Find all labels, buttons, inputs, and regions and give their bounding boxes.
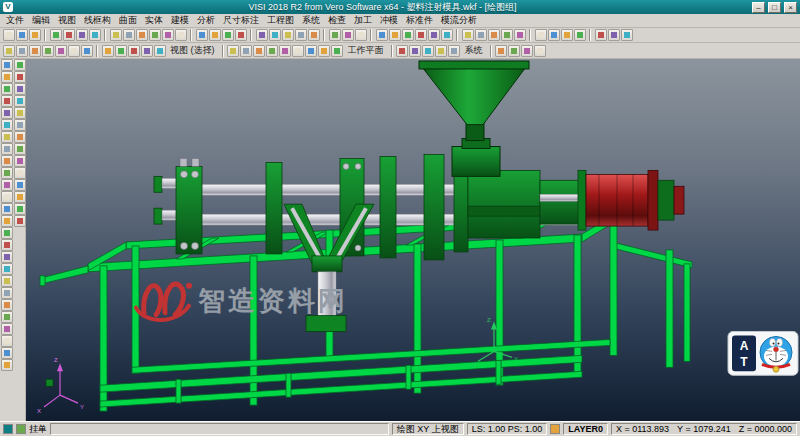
toolbar-icon[interactable]: [1, 227, 13, 239]
toolbar-icon[interactable]: [318, 45, 330, 57]
toolbar-icon[interactable]: [595, 29, 607, 41]
toolbar-icon[interactable]: [50, 29, 62, 41]
menu-item[interactable]: 标准件: [402, 14, 437, 27]
toolbar-icon[interactable]: [1, 311, 13, 323]
toolbar-icon[interactable]: [115, 45, 127, 57]
toolbar-icon[interactable]: [462, 29, 474, 41]
toolbar-icon[interactable]: [14, 167, 26, 179]
toolbar-icon[interactable]: [14, 191, 26, 203]
toolbar-icon[interactable]: [1, 203, 13, 215]
toolbar-icon[interactable]: [305, 45, 317, 57]
toolbar-icon[interactable]: [475, 29, 487, 41]
toolbar-icon[interactable]: [1, 287, 13, 299]
toolbar-icon[interactable]: [76, 29, 88, 41]
toolbar-icon[interactable]: [136, 29, 148, 41]
toolbar-icon[interactable]: [269, 29, 281, 41]
toolbar-icon[interactable]: [514, 29, 526, 41]
toolbar-icon[interactable]: [501, 29, 513, 41]
layer-color-icon[interactable]: [550, 424, 560, 434]
maximize-button[interactable]: □: [768, 2, 781, 13]
toolbar-icon[interactable]: [175, 29, 187, 41]
toolbar-icon[interactable]: [422, 45, 434, 57]
toolbar-icon[interactable]: [508, 45, 520, 57]
toolbar-icon[interactable]: [63, 29, 75, 41]
toolbar-icon[interactable]: [266, 45, 278, 57]
toolbar-icon[interactable]: [1, 239, 13, 251]
toolbar-icon[interactable]: [1, 119, 13, 131]
toolbar-icon[interactable]: [162, 29, 174, 41]
toolbar-icon[interactable]: [3, 29, 15, 41]
toolbar-icon[interactable]: [222, 29, 234, 41]
toolbar-icon[interactable]: [1, 359, 13, 371]
toolbar-icon[interactable]: [1, 323, 13, 335]
toolbar-icon[interactable]: [355, 29, 367, 41]
toolbar-icon[interactable]: [235, 29, 247, 41]
grid-toggle-icon[interactable]: [16, 424, 26, 434]
toolbar-icon[interactable]: [89, 29, 101, 41]
toolbar-icon[interactable]: [534, 45, 546, 57]
minimize-button[interactable]: –: [752, 2, 765, 13]
menu-item[interactable]: 工程图: [263, 14, 298, 27]
toolbar-icon[interactable]: [1, 191, 13, 203]
menu-item[interactable]: 实体: [141, 14, 167, 27]
command-line-field[interactable]: [50, 423, 389, 435]
toolbar-icon[interactable]: [409, 45, 421, 57]
menu-item[interactable]: 冲模: [376, 14, 402, 27]
close-button[interactable]: ×: [784, 2, 797, 13]
toolbar-icon[interactable]: [196, 29, 208, 41]
toolbar-icon[interactable]: [402, 29, 414, 41]
snap-toggle-icon[interactable]: [3, 424, 13, 434]
menu-item[interactable]: 线框构: [80, 14, 115, 27]
toolbar-icon[interactable]: [1, 71, 13, 83]
toolbar-icon[interactable]: [396, 45, 408, 57]
toolbar-icon[interactable]: [1, 143, 13, 155]
toolbar-icon[interactable]: [488, 29, 500, 41]
toolbar-icon[interactable]: [14, 71, 26, 83]
toolbar-icon[interactable]: [68, 45, 80, 57]
toolbar-icon[interactable]: [448, 45, 460, 57]
toolbar-icon[interactable]: [1, 155, 13, 167]
toolbar-icon[interactable]: [279, 45, 291, 57]
toolbar-icon[interactable]: [1, 347, 13, 359]
toolbar-icon[interactable]: [55, 45, 67, 57]
toolbar-icon[interactable]: [141, 45, 153, 57]
menu-item[interactable]: 建模: [167, 14, 193, 27]
menu-item[interactable]: 检查: [324, 14, 350, 27]
toolbar-icon[interactable]: [123, 29, 135, 41]
toolbar-icon[interactable]: [29, 45, 41, 57]
toolbar-icon[interactable]: [621, 29, 633, 41]
menu-item[interactable]: 加工: [350, 14, 376, 27]
toolbar-icon[interactable]: [1, 263, 13, 275]
toolbar-icon[interactable]: [128, 45, 140, 57]
toolbar-icon[interactable]: [256, 29, 268, 41]
toolbar-icon[interactable]: [282, 29, 294, 41]
toolbar-icon[interactable]: [16, 45, 28, 57]
toolbar-icon[interactable]: [3, 45, 15, 57]
toolbar-icon[interactable]: [329, 29, 341, 41]
workplane-indicator[interactable]: 绘图 XY 上视图: [392, 423, 464, 435]
toolbar-icon[interactable]: [308, 29, 320, 41]
toolbar-icon[interactable]: [428, 29, 440, 41]
toolbar-icon[interactable]: [209, 29, 221, 41]
toolbar-icon[interactable]: [102, 45, 114, 57]
toolbar-icon[interactable]: [521, 45, 533, 57]
menu-item[interactable]: 分析: [193, 14, 219, 27]
toolbar-icon[interactable]: [16, 29, 28, 41]
toolbar-icon[interactable]: [608, 29, 620, 41]
toolbar-icon[interactable]: [295, 29, 307, 41]
toolbar-icon[interactable]: [1, 275, 13, 287]
menu-item[interactable]: 文件: [2, 14, 28, 27]
toolbar-icon[interactable]: [1, 107, 13, 119]
toolbar-icon[interactable]: [1, 335, 13, 347]
toolbar-icon[interactable]: [14, 131, 26, 143]
toolbar-icon[interactable]: [1, 179, 13, 191]
menu-item[interactable]: 系统: [298, 14, 324, 27]
toolbar-icon[interactable]: [389, 29, 401, 41]
menu-item[interactable]: 视图: [54, 14, 80, 27]
toolbar-icon[interactable]: [574, 29, 586, 41]
toolbar-icon[interactable]: [154, 45, 166, 57]
toolbar-icon[interactable]: [14, 203, 26, 215]
toolbar-icon[interactable]: [14, 155, 26, 167]
toolbar-icon[interactable]: [14, 95, 26, 107]
toolbar-icon[interactable]: [435, 45, 447, 57]
